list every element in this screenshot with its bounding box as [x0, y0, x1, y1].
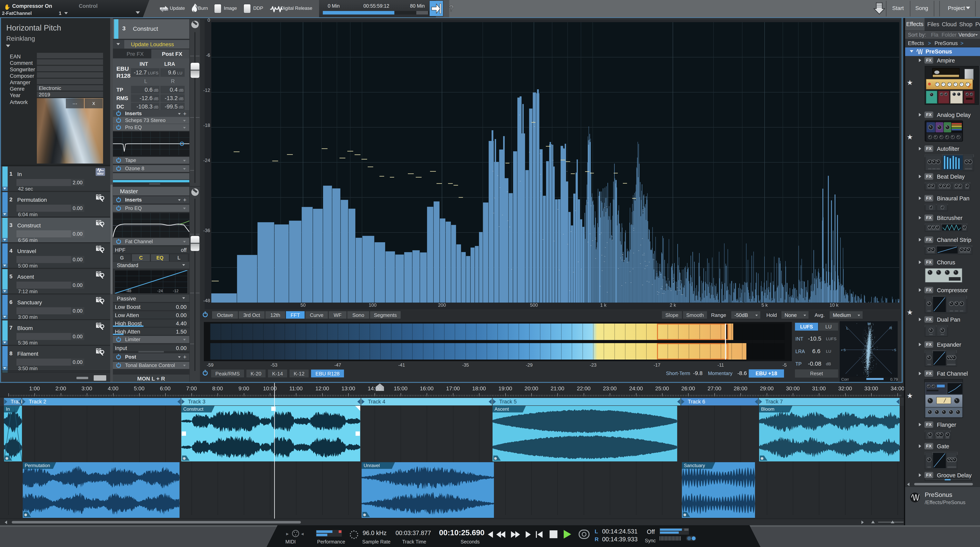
svg-text:-24: -24	[157, 289, 163, 293]
svg-text:-48: -48	[126, 289, 131, 293]
svg-text:- S: - S	[892, 349, 896, 352]
svg-text:+ S: + S	[841, 349, 846, 352]
svg-text:L: L	[846, 326, 848, 330]
svg-text:R: R	[889, 326, 892, 330]
svg-text:M: M	[867, 322, 871, 326]
svg-text:-12: -12	[173, 289, 178, 293]
